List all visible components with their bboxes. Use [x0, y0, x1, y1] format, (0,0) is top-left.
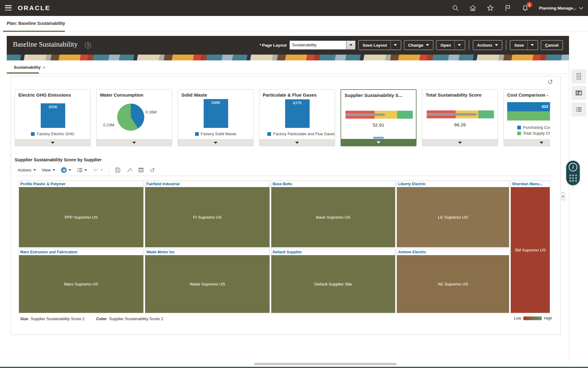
horizontal-scrollbar-thumb[interactable] — [254, 363, 397, 365]
bar-chart-bar: 300K — [41, 103, 65, 128]
guided-learning-widget[interactable]: i — [566, 161, 580, 185]
dropdown-caret-icon — [531, 44, 534, 46]
panel-splitter-handle[interactable]: ▸ — [561, 192, 565, 200]
scale-high-label: High — [544, 316, 552, 320]
help-icon[interactable]: ? — [85, 42, 91, 48]
kpi-card-total-sustainability-score[interactable]: Total Sustainability Score 66.26 — [422, 89, 498, 146]
kpi-card-solid-waste[interactable]: Solid Waste 346K Factory Solid Waste — [178, 89, 254, 146]
tile-body: AE Supremo US — [397, 255, 509, 313]
kpi-card-expander[interactable] — [259, 139, 335, 146]
treemap-actions-menu[interactable]: Actions — [18, 168, 36, 172]
cancel-button[interactable]: Cancel — [541, 40, 563, 50]
info-icon[interactable]: i — [569, 163, 577, 171]
page-layout-value[interactable]: Sustainability — [289, 40, 346, 50]
format-button[interactable] — [126, 167, 132, 173]
tile-body: Marx Supremo US — [19, 255, 143, 313]
home-icon[interactable] — [469, 4, 477, 12]
hierarchy-levels-button[interactable] — [77, 167, 87, 173]
tile-site-label: PPP Supremo US — [65, 215, 98, 220]
tab-plan-baseline-sustainability[interactable]: Plan: Baseline Sustainability — [7, 21, 65, 26]
save-view-button[interactable] — [115, 167, 121, 173]
kpi-card-title: Supplier Sustainability S... — [345, 93, 402, 98]
tile-supplier-name: Marx Extrusion and Fabrication — [19, 249, 143, 255]
header-controls: *Page Layout Sustainability Save Layout … — [260, 40, 563, 50]
chart-legend: Factory Solid Waste — [178, 132, 253, 136]
tile-body: Base Supremo US — [271, 187, 395, 247]
divider — [469, 40, 469, 50]
kpi-card-cost-comparison[interactable]: Cost Comparison - ... 423 Purchasing Cos… — [503, 89, 550, 146]
treemap-tile-liberty-electric[interactable]: Liberty Electric LE Supremo US — [397, 181, 509, 247]
open-button[interactable]: Open — [436, 40, 465, 50]
treemap-tile-base-belts[interactable]: Base Belts Base Supremo US — [271, 181, 395, 247]
kpi-card-supplier-sustainability-score[interactable]: Supplier Sustainability S... 52.91 — [341, 89, 417, 146]
table-view-button[interactable] — [138, 167, 144, 173]
treemap-tile-default-supplier[interactable]: Default Supplier Default Supplier Site — [271, 249, 395, 313]
kpi-card-title: Total Sustainability Score — [426, 92, 481, 98]
kpi-card-expander[interactable] — [15, 139, 90, 146]
kpi-card-electric-ghg[interactable]: Electric GHG Emissions 300K Factory Elec… — [15, 89, 91, 146]
treemap-view-menu[interactable]: View — [42, 168, 55, 172]
close-icon[interactable]: × — [43, 65, 45, 70]
restore-layout-icon[interactable]: ↺ — [548, 79, 553, 86]
kpi-card-expander[interactable] — [504, 139, 550, 146]
kpi-card-expander[interactable] — [341, 139, 416, 146]
grid-dots-icon[interactable] — [569, 174, 577, 182]
change-button[interactable]: Change — [404, 40, 434, 50]
global-header-actions: 3 Planning Manage... — [452, 0, 583, 16]
page-layout-dropdown-button[interactable] — [346, 40, 356, 50]
page-title: Baseline Sustainability — [13, 40, 77, 48]
treemap-color-scale: Low High — [514, 316, 552, 320]
drill-arrow-icon: ➔ — [61, 167, 67, 173]
bell-icon[interactable]: 3 — [522, 4, 529, 12]
chart-legend: Factory Electric GHG — [15, 132, 90, 136]
legend-swatch — [31, 132, 35, 136]
tile-site-label: Default Supplier Site — [314, 282, 352, 286]
kpi-card-particulate-flue-gases[interactable]: Particulate & Flue Gases 437K Factory Pa… — [259, 89, 335, 146]
user-menu[interactable]: Planning Manage... — [539, 6, 583, 10]
tile-site-label: FI Supremo US — [193, 215, 221, 220]
open-dropdown[interactable] — [454, 40, 461, 50]
treemap-tile-fairfield-industrial[interactable]: Fairfield Industrial FI Supremo US — [145, 181, 270, 247]
tile-body: Wade Supremo US — [145, 255, 270, 313]
dropdown-caret-icon — [394, 44, 397, 46]
expand-arrow-icon — [458, 142, 462, 144]
tile-body: FI Supremo US — [145, 187, 270, 247]
kpi-card-title: Solid Waste — [181, 92, 207, 98]
save-layout-dropdown[interactable] — [390, 40, 397, 50]
kpi-card-expander[interactable] — [178, 139, 253, 146]
save-button[interactable]: Save — [510, 40, 538, 50]
panel-tab-list-icon[interactable] — [571, 102, 586, 117]
treemap-tile-marx-extrusion[interactable]: Marx Extrusion and Fabrication Marx Supr… — [19, 249, 144, 313]
line-chart-icon — [93, 167, 99, 173]
panel-tab-dashboard-icon[interactable] — [571, 86, 586, 100]
save-layout-button[interactable]: Save Layout — [358, 40, 401, 50]
save-dropdown[interactable] — [527, 40, 534, 50]
drill-button[interactable]: ➔ — [61, 167, 71, 173]
kpi-card-expander[interactable] — [96, 139, 172, 146]
hbar-total-supply-chain — [507, 111, 550, 121]
actions-button[interactable]: Actions — [473, 40, 503, 50]
menu-icon[interactable] — [5, 5, 12, 10]
treemap-tile-sheridan-manufacturing[interactable]: Sheridan Manu... SM Supremo US — [511, 181, 550, 313]
dropdown-caret-icon — [33, 169, 36, 171]
tab-sustainability[interactable]: Sustainability — [14, 65, 41, 70]
kpi-card-water-consumption[interactable]: Water Consumption 0.16M 0.23M — [96, 89, 172, 146]
gauge-value: 52.91 — [341, 122, 416, 128]
divider — [109, 167, 109, 174]
format-wand-icon — [126, 167, 132, 173]
list-icon — [575, 105, 583, 113]
flag-icon[interactable] — [504, 4, 511, 12]
kpi-card-expander[interactable] — [422, 139, 498, 146]
tile-site-label: SM Supremo US — [515, 248, 546, 252]
star-icon[interactable] — [487, 4, 494, 12]
gauge-needle — [345, 113, 385, 116]
treemap-tile-antone-electric[interactable]: Antone Electric AE Supremo US — [397, 249, 509, 313]
search-icon[interactable] — [452, 4, 459, 12]
treemap-tile-wade-motor[interactable]: Wade Motor Inc Wade Supremo US — [145, 249, 270, 313]
panel-tab-page-icon[interactable] — [571, 69, 586, 83]
refresh-button[interactable]: ↺ — [150, 167, 155, 173]
bar-value-label: 346K — [204, 100, 228, 105]
page-layout-select[interactable]: Sustainability — [289, 40, 356, 50]
treemap-tile-profile-plastic-polymer[interactable]: Profile Plastic & Polymer PPP Supremo US — [19, 181, 144, 247]
kpi-card-title: Particulate & Flue Gases — [263, 92, 317, 98]
